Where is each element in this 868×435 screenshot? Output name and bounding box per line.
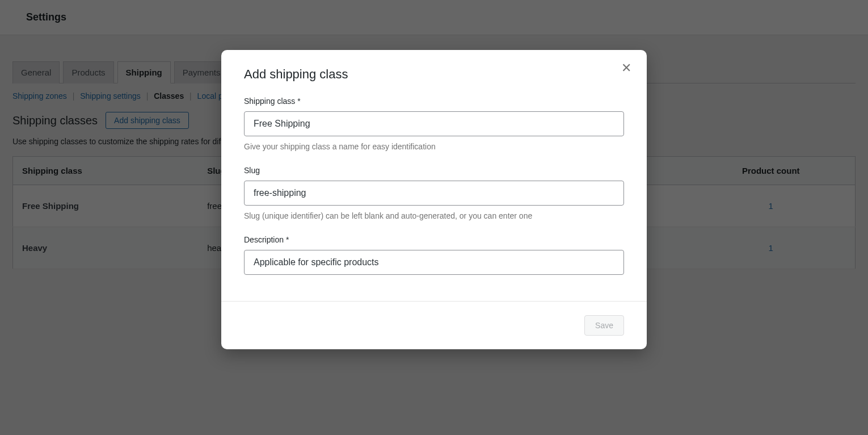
modal-body: ✕ Add shipping class Shipping class * Gi… (221, 50, 647, 301)
hint-shipping-class: Give your shipping class a name for easy… (244, 142, 624, 151)
label-description: Description * (244, 235, 624, 244)
close-icon[interactable]: ✕ (618, 60, 634, 76)
form-group-slug: Slug Slug (unique identifier) can be lef… (244, 166, 624, 220)
label-slug: Slug (244, 166, 624, 175)
modal-title: Add shipping class (244, 67, 624, 82)
form-group-name: Shipping class * Give your shipping clas… (244, 97, 624, 151)
add-shipping-class-modal: ✕ Add shipping class Shipping class * Gi… (221, 50, 647, 349)
modal-overlay[interactable]: ✕ Add shipping class Shipping class * Gi… (0, 0, 868, 435)
form-group-description: Description * (244, 235, 624, 275)
shipping-class-input[interactable] (244, 111, 624, 136)
save-button[interactable]: Save (584, 315, 624, 336)
hint-slug: Slug (unique identifier) can be left bla… (244, 211, 624, 220)
slug-input[interactable] (244, 181, 624, 206)
description-input[interactable] (244, 250, 624, 275)
modal-footer: Save (221, 301, 647, 349)
label-shipping-class: Shipping class * (244, 97, 624, 106)
